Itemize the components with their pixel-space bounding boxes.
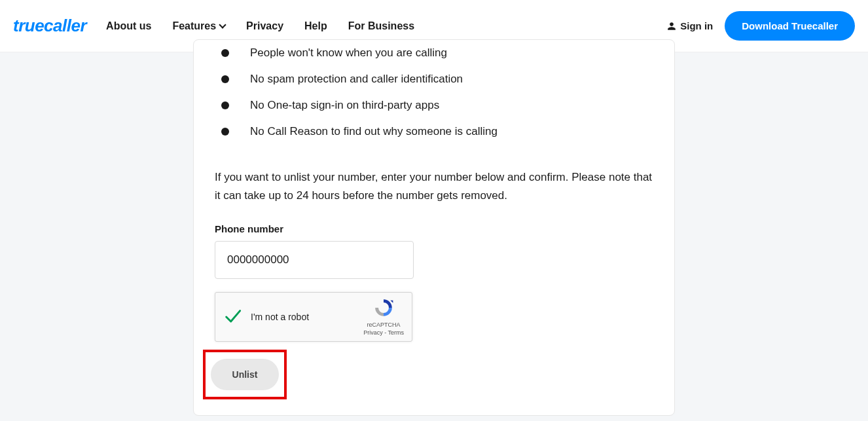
recaptcha-links: Privacy - Terms — [363, 329, 404, 337]
phone-number-label: Phone number — [215, 223, 653, 234]
list-item-text: No One-tap sign-in on third-party apps — [250, 99, 439, 112]
unlist-highlight-box: Unlist — [203, 350, 287, 399]
nav-about-us[interactable]: About us — [106, 20, 151, 32]
list-item: No spam protection and caller identifica… — [215, 66, 653, 92]
recaptcha-icon — [373, 297, 394, 318]
sign-in-label: Sign in — [680, 20, 713, 31]
bullet-icon — [221, 101, 229, 109]
nav-for-business[interactable]: For Business — [348, 20, 414, 32]
list-item: No One-tap sign-in on third-party apps — [215, 92, 653, 119]
nav-label: Help — [304, 20, 327, 32]
person-icon — [667, 22, 676, 31]
list-item: No Call Reason to find out why someone i… — [215, 119, 653, 145]
bullet-icon — [221, 128, 229, 136]
recaptcha-privacy-link[interactable]: Privacy — [363, 329, 383, 336]
bullet-icon — [221, 75, 229, 83]
recaptcha-widget[interactable]: I'm not a robot reCAPTCHA Privacy - Term… — [215, 292, 412, 342]
phone-number-input[interactable] — [215, 241, 414, 279]
chevron-down-icon — [219, 21, 226, 28]
download-button[interactable]: Download Truecaller — [725, 11, 855, 41]
unlist-button[interactable]: Unlist — [211, 359, 279, 390]
nav-privacy[interactable]: Privacy — [246, 20, 283, 32]
sign-in-link[interactable]: Sign in — [667, 20, 713, 31]
nav-label: Privacy — [246, 20, 283, 32]
list-item-text: People won't know when you are calling — [250, 46, 447, 60]
nav-label: For Business — [348, 20, 414, 32]
recaptcha-brand-text: reCAPTCHA — [363, 321, 404, 329]
main-nav: About us Features Privacy Help For Busin… — [106, 20, 414, 32]
recaptcha-terms-link[interactable]: Terms — [388, 329, 405, 336]
nav-label: About us — [106, 20, 151, 32]
checkmark-icon — [223, 308, 242, 326]
list-item: People won't know when you are calling — [215, 40, 653, 66]
nav-help[interactable]: Help — [304, 20, 327, 32]
consequences-list: People won't know when you are calling N… — [215, 40, 653, 145]
recaptcha-branding: reCAPTCHA Privacy - Terms — [363, 297, 404, 337]
list-item-text: No Call Reason to find out why someone i… — [250, 125, 497, 138]
svg-marker-0 — [390, 300, 393, 302]
header-right: Sign in Download Truecaller — [667, 11, 855, 41]
page-body: People won't know when you are calling N… — [0, 52, 868, 416]
recaptcha-label: I'm not a robot — [251, 312, 309, 322]
unlist-description: If you want to unlist your number, enter… — [215, 168, 653, 205]
bullet-icon — [221, 49, 229, 57]
truecaller-logo[interactable]: truecaller — [13, 16, 86, 36]
unlist-card: People won't know when you are calling N… — [193, 39, 675, 416]
nav-features[interactable]: Features — [172, 20, 225, 32]
list-item-text: No spam protection and caller identifica… — [250, 73, 463, 86]
nav-label: Features — [172, 20, 216, 32]
recaptcha-checkbox[interactable] — [223, 308, 242, 326]
